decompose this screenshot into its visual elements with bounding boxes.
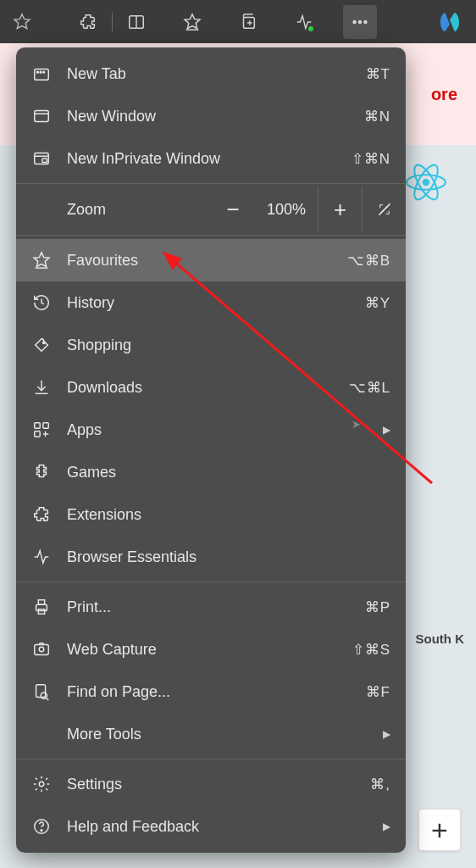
svg-rect-32 [38,600,44,605]
zoom-in-button[interactable]: + [318,187,362,231]
menu-label: Find on Page... [67,683,366,701]
menu-new-inprivate[interactable]: New InPrivate Window ⇧⌘N [16,137,406,180]
map-zoom-in-button[interactable]: + [418,809,461,851]
menu-label: Downloads [67,379,349,397]
svg-rect-27 [43,423,48,428]
blank-icon [31,724,52,744]
svg-rect-33 [38,609,44,615]
menu-favourites[interactable]: Favourites ⌥⌘B [16,239,406,281]
browser-overflow-menu: New Tab ⌘T New Window ⌘N New InPrivate W… [16,47,406,853]
shopping-icon [31,335,52,355]
menu-separator [16,581,406,582]
toolbar-separator [112,13,113,31]
menu-shortcut: ⌘P [365,598,390,616]
map-label-south-korea: South K [416,632,465,646]
menu-apps[interactable]: Apps ▶ [16,409,406,451]
svg-point-15 [40,71,42,73]
menu-new-tab[interactable]: New Tab ⌘T [16,53,406,95]
more-icon[interactable] [343,5,377,39]
menu-label: Shopping [67,337,390,354]
menu-label: New InPrivate Window [67,150,351,168]
react-logo-icon [405,161,447,203]
svg-point-3 [423,179,429,186]
menu-browser-essentials[interactable]: Browser Essentials [16,536,406,578]
menu-label: History [67,294,365,312]
menu-label: Browser Essentials [67,548,390,566]
inprivate-icon [31,148,52,169]
menu-help-feedback[interactable]: Help and Feedback ▶ [16,805,406,848]
print-icon [31,597,52,617]
apps-icon [31,420,52,440]
banner-text: ore [431,85,457,104]
history-icon [31,292,52,313]
extensions-menu-icon [31,504,52,525]
menu-label: Favourites [67,252,347,270]
menu-new-window[interactable]: New Window ⌘N [16,95,406,137]
menu-label: Games [67,464,390,481]
menu-history[interactable]: History ⌘Y [16,281,406,324]
browser-essentials-icon [31,547,52,567]
svg-point-41 [41,830,42,832]
menu-zoom-row: Zoom − 100% + [16,187,406,231]
chevron-right-icon: ▶ [383,821,390,832]
svg-rect-28 [35,431,40,437]
performance-icon[interactable] [287,5,321,39]
split-screen-icon[interactable] [119,5,153,39]
downloads-icon [31,377,52,398]
menu-shortcut: ⌘F [366,683,390,701]
menu-shortcut: ⌘Y [365,294,390,312]
star-icon[interactable] [5,5,39,39]
svg-rect-31 [36,604,47,610]
menu-shortcut: ⌘N [364,108,390,125]
svg-point-23 [43,342,45,343]
menu-more-tools[interactable]: More Tools ▶ [16,713,406,755]
menu-extensions[interactable]: Extensions [16,493,406,536]
new-window-icon [31,106,52,126]
zoom-label: Zoom [67,201,211,219]
collections-icon[interactable] [231,5,265,39]
menu-settings[interactable]: Settings ⌘, [16,763,406,805]
menu-games[interactable]: Games [16,451,406,493]
menu-downloads[interactable]: Downloads ⌥⌘L [16,366,406,409]
menu-label: Help and Feedback [67,818,373,836]
menu-shortcut: ⌘, [370,776,390,793]
svg-point-14 [37,71,39,73]
menu-shortcut: ⌘T [366,65,390,83]
menu-label: Settings [67,776,370,793]
menu-label: Web Capture [67,641,352,659]
svg-rect-17 [35,111,49,122]
new-tab-icon [31,64,52,84]
menu-shopping[interactable]: Shopping [16,324,406,366]
menu-find-on-page[interactable]: Find on Page... ⌘F [16,670,406,713]
settings-icon [31,774,52,794]
menu-shortcut: ⌥⌘L [349,379,390,397]
menu-label: Print... [67,598,365,616]
chevron-right-icon: ▶ [383,728,390,740]
menu-label: New Window [67,108,364,125]
menu-shortcut: ⇧⌘S [352,641,390,659]
menu-print[interactable]: Print... ⌘P [16,586,406,628]
web-capture-icon [31,639,52,659]
find-icon [31,682,52,702]
menu-separator [16,759,406,760]
copilot-icon[interactable] [435,8,464,36]
menu-label: More Tools [67,726,373,743]
menu-label: New Tab [67,65,366,83]
menu-web-capture[interactable]: Web Capture ⇧⌘S [16,628,406,670]
zoom-value: 100% [255,201,318,219]
svg-point-16 [43,71,45,73]
zoom-out-button[interactable]: − [211,187,255,231]
help-icon [31,816,52,837]
fullscreen-button[interactable] [362,187,406,231]
games-icon [31,462,52,482]
menu-shortcut: ⌥⌘B [347,252,390,270]
extensions-icon[interactable] [71,5,105,39]
svg-rect-34 [35,645,49,655]
svg-point-39 [39,782,44,787]
svg-point-12 [364,20,367,23]
menu-separator [16,235,406,236]
svg-rect-13 [35,70,49,81]
menu-shortcut: ⇧⌘N [351,150,390,168]
favourites-icon[interactable] [175,5,209,39]
chevron-right-icon: ▶ [383,424,390,436]
